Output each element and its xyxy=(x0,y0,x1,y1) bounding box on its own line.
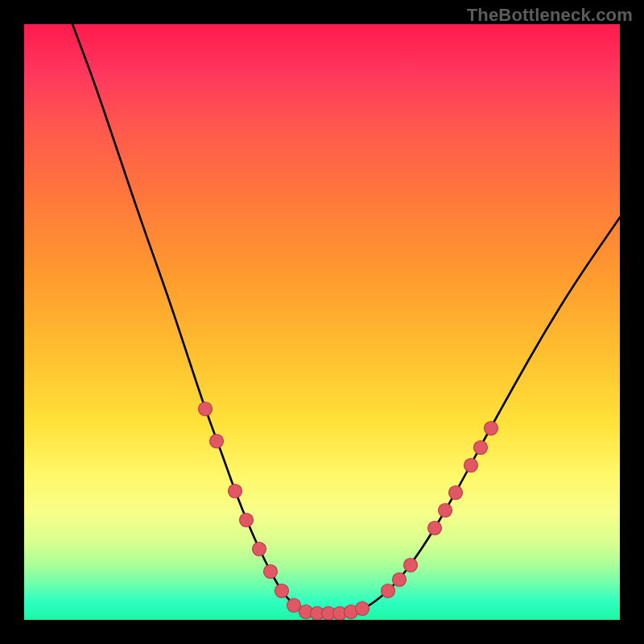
data-marker xyxy=(199,402,213,416)
data-marker xyxy=(439,504,452,518)
watermark-text: TheBottleneck.com xyxy=(467,5,633,26)
bottleneck-curve-path xyxy=(72,24,620,613)
data-marker xyxy=(485,422,498,436)
data-marker xyxy=(393,573,407,587)
data-marker xyxy=(382,584,395,598)
data-marker xyxy=(240,514,254,527)
data-marker xyxy=(275,584,289,598)
data-marker xyxy=(229,485,242,498)
data-marker xyxy=(287,599,301,613)
data-marker xyxy=(428,522,442,535)
data-marker xyxy=(210,435,224,448)
chart-frame: TheBottleneck.com xyxy=(0,0,644,644)
data-marker xyxy=(474,441,488,455)
data-marker xyxy=(356,602,369,616)
data-marker xyxy=(404,559,418,572)
data-marker xyxy=(264,565,278,579)
data-marker xyxy=(253,543,266,556)
data-marker xyxy=(464,459,478,473)
bottleneck-curve-svg xyxy=(24,24,620,620)
plot-area xyxy=(24,24,620,620)
data-marker xyxy=(449,486,463,500)
